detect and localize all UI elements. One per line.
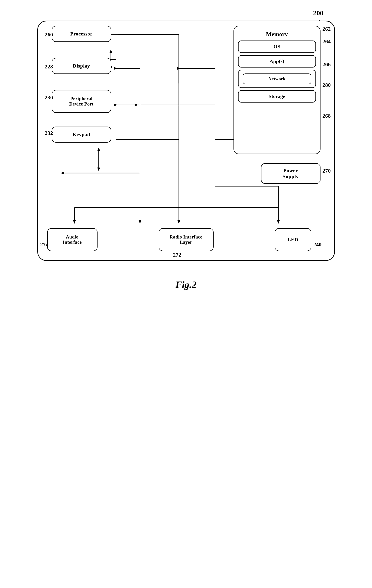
svg-marker-20 bbox=[97, 147, 100, 151]
audio-interface-box: AudioInterface bbox=[47, 228, 97, 251]
ref-200: 200 bbox=[313, 9, 323, 17]
apps-label: App(s) bbox=[270, 58, 284, 64]
ref-274: 274 bbox=[40, 242, 49, 248]
peripheral-box: PeripheralDevice Port bbox=[52, 90, 111, 113]
ref-262: 262 bbox=[323, 26, 331, 32]
ref-280: 280 bbox=[323, 82, 331, 88]
svg-marker-15 bbox=[114, 104, 117, 106]
os-label: OS bbox=[274, 44, 280, 50]
svg-marker-25 bbox=[73, 220, 76, 224]
os-box: OS bbox=[238, 41, 316, 53]
main-diagram-box: Processor 260 Memory OS App(s) bbox=[37, 21, 335, 261]
svg-marker-23 bbox=[60, 172, 64, 175]
processor-label: Processor bbox=[70, 31, 93, 37]
peripheral-label: PeripheralDevice Port bbox=[69, 96, 94, 107]
audio-label: AudioInterface bbox=[63, 234, 82, 245]
ref-230: 230 bbox=[45, 94, 53, 101]
led-label: LED bbox=[287, 237, 298, 243]
ref-232: 232 bbox=[45, 130, 53, 136]
ref-260: 260 bbox=[45, 32, 53, 38]
diagram-wrapper: 200 ↙ bbox=[26, 9, 346, 261]
svg-marker-16 bbox=[135, 104, 138, 106]
power-label: PowerSupply bbox=[283, 168, 298, 179]
processor-box: Processor bbox=[52, 26, 111, 42]
svg-marker-21 bbox=[97, 168, 100, 171]
ref-228: 228 bbox=[45, 64, 53, 70]
storage-box: Storage bbox=[238, 90, 316, 103]
network-outer: Network bbox=[238, 70, 316, 88]
svg-marker-29 bbox=[277, 220, 280, 224]
radio-label: Radio InterfaceLayer bbox=[170, 234, 202, 245]
ref-264: 264 bbox=[323, 38, 331, 45]
ref-240: 240 bbox=[313, 242, 322, 248]
svg-marker-11 bbox=[114, 67, 117, 70]
power-supply-box: PowerSupply bbox=[261, 163, 320, 184]
display-label: Display bbox=[73, 63, 90, 69]
page: 200 ↙ bbox=[0, 0, 372, 588]
svg-marker-6 bbox=[109, 49, 112, 53]
memory-title: Memory bbox=[238, 31, 316, 38]
svg-marker-13 bbox=[177, 67, 181, 70]
ref-270: 270 bbox=[323, 168, 331, 174]
keypad-label: Keypad bbox=[73, 132, 90, 137]
ref-272: 272 bbox=[173, 252, 181, 258]
figure-caption: Fig.2 bbox=[175, 279, 196, 290]
apps-box: App(s) bbox=[238, 55, 316, 68]
ref-266: 266 bbox=[323, 61, 331, 68]
storage-label: Storage bbox=[268, 93, 285, 99]
radio-interface-box: Radio InterfaceLayer bbox=[159, 228, 213, 251]
led-box: LED bbox=[275, 228, 311, 251]
memory-box: Memory OS App(s) Network bbox=[234, 26, 320, 154]
svg-marker-27 bbox=[138, 220, 141, 224]
keypad-box: Keypad bbox=[52, 126, 111, 143]
ref-268: 268 bbox=[323, 113, 331, 119]
network-box: Network bbox=[243, 74, 311, 84]
display-box: Display bbox=[52, 58, 111, 74]
svg-marker-35 bbox=[177, 220, 180, 224]
network-label: Network bbox=[268, 76, 285, 82]
